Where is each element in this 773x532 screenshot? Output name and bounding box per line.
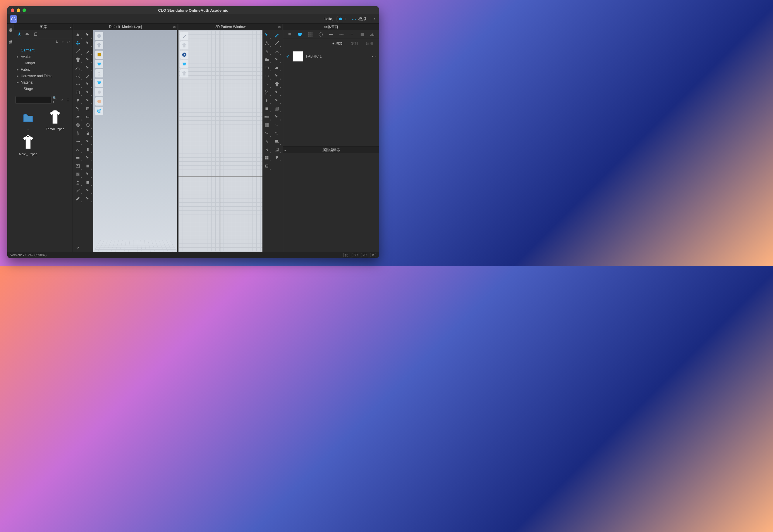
thumb-female[interactable]: Femal...zpac (43, 108, 67, 131)
vico2d-info[interactable]: i (180, 51, 188, 59)
tab-shop[interactable] (32, 31, 39, 37)
tool2d-text-a[interactable]: A (263, 138, 271, 145)
close-window-button[interactable] (11, 8, 14, 12)
list-view-icon[interactable]: ☰ (65, 96, 71, 104)
vico2d-tshirt[interactable] (180, 69, 188, 77)
back-icon[interactable]: ↩ (67, 40, 70, 44)
check-icon[interactable]: ✔ (286, 54, 290, 59)
thumb-male[interactable]: Male_...zpac (16, 134, 40, 156)
tool2db-edit[interactable] (272, 31, 281, 39)
copy-button[interactable]: 复制 (347, 40, 361, 47)
tool-point[interactable] (73, 80, 82, 88)
vico2d-pen[interactable] (180, 32, 188, 40)
tool-more[interactable] (73, 244, 82, 252)
minimize-window-button[interactable] (17, 8, 20, 12)
add-button[interactable]: +增加 (329, 40, 346, 47)
otab-buttonhole[interactable] (327, 31, 336, 38)
tree-fabric[interactable]: ▶Fabric (14, 66, 72, 73)
popout-icon[interactable]: ⧉ (173, 25, 175, 29)
tool2d-fabric[interactable] (263, 105, 271, 113)
tool-edit-pen[interactable] (83, 48, 92, 55)
vico-trim[interactable] (95, 88, 103, 96)
otab-grading[interactable] (368, 31, 377, 38)
collapse-icon[interactable]: ◂ (70, 25, 71, 29)
tool2db-shirt[interactable] (272, 80, 281, 88)
tool-sew[interactable] (73, 64, 82, 72)
tool2d-notch[interactable] (263, 97, 271, 104)
apply-button[interactable]: 应用 (363, 40, 377, 47)
tool-circle[interactable] (83, 121, 92, 129)
tool-b4[interactable] (83, 56, 92, 63)
tool2db-graphic[interactable] (272, 146, 281, 153)
menu-dropdown-caret[interactable]: ▾ (372, 16, 377, 22)
tool-lock[interactable] (83, 129, 92, 137)
tool-b21[interactable] (83, 195, 92, 203)
add-icon[interactable]: ＋ (61, 39, 65, 44)
tab-favorite[interactable]: ★ (15, 31, 23, 37)
tool-b18[interactable] (83, 170, 92, 178)
tool-b5[interactable] (83, 64, 92, 72)
tree-stage[interactable]: Stage (14, 86, 72, 92)
tool-piping[interactable] (73, 146, 82, 153)
tool-zipper[interactable] (73, 129, 82, 137)
vico-skin[interactable] (95, 97, 103, 106)
tool2d-ruler[interactable] (263, 113, 271, 121)
tool-texture[interactable] (73, 170, 82, 178)
tool2db-line[interactable] (272, 39, 281, 47)
tool2d-text-a2[interactable]: A (263, 146, 271, 153)
tool-tape[interactable] (73, 195, 82, 203)
otab-button[interactable] (316, 31, 325, 38)
popout-icon[interactable]: ⧉ (278, 25, 281, 29)
tool-measure[interactable] (73, 187, 82, 194)
otab-scene[interactable]: ≡ (285, 31, 294, 38)
tool-graphic[interactable] (73, 162, 82, 170)
layout-2d-button[interactable]: 2D (361, 253, 368, 257)
tool-avatarfit[interactable] (73, 179, 82, 186)
tool2db-sel3[interactable] (272, 89, 281, 96)
vico-avatar[interactable] (95, 69, 103, 77)
tool-steam[interactable] (73, 113, 82, 121)
tool2db-arc[interactable] (272, 48, 281, 55)
tool2db-add[interactable] (272, 138, 281, 145)
tool-select-b2[interactable] (83, 39, 92, 47)
vico-material[interactable] (95, 79, 103, 87)
tool2db-sel[interactable] (272, 56, 281, 63)
tool-b20[interactable] (83, 187, 92, 194)
otab-stitch[interactable] (337, 31, 346, 38)
refresh-button[interactable]: ⟳ (370, 253, 376, 257)
tool2db-wave2[interactable] (272, 129, 281, 137)
otab-topstitch[interactable] (347, 31, 356, 38)
layout-3d-button[interactable]: 3D (352, 253, 359, 257)
tool-move[interactable] (73, 39, 82, 47)
tool2d-scale[interactable] (263, 121, 271, 129)
simulate-dropdown[interactable]: ⌄⌄ 模拟 (348, 15, 369, 23)
tool-pen-b[interactable] (83, 72, 92, 80)
tool2db-sel5[interactable] (272, 113, 281, 121)
otab-texture[interactable] (306, 31, 315, 38)
vico2d-fabric[interactable] (180, 60, 188, 68)
tool2d-folder[interactable] (263, 56, 271, 63)
tool-garment[interactable] (73, 56, 82, 63)
canvas-2d[interactable]: i (178, 30, 263, 252)
tool-display[interactable] (83, 113, 92, 121)
search-icon[interactable]: 🔍▾ (53, 96, 58, 104)
tool-b16[interactable] (83, 154, 92, 162)
tool-button[interactable] (73, 121, 82, 129)
tool-b14[interactable] (83, 138, 92, 145)
tab-cloud[interactable] (24, 31, 31, 37)
tree-hardware[interactable]: ▶Hardware and Trims (14, 73, 72, 79)
tree-hanger[interactable]: Hanger (14, 60, 72, 66)
tool-binding[interactable] (73, 154, 82, 162)
tool2d-dart[interactable] (263, 48, 271, 55)
search-input[interactable] (15, 96, 51, 104)
vico-garment[interactable] (95, 41, 103, 49)
tool-b15[interactable] (83, 146, 92, 153)
tool2db-mesh[interactable] (272, 105, 281, 113)
tool-simulate[interactable] (73, 31, 82, 39)
collapse-icon[interactable]: ◂ (284, 148, 286, 152)
tool2db-last[interactable] (272, 154, 281, 162)
fabric-swatch[interactable] (293, 51, 303, 62)
tool-plane[interactable] (83, 162, 92, 170)
tool2db-sel4[interactable] (272, 97, 281, 104)
otab-print[interactable] (358, 31, 367, 38)
